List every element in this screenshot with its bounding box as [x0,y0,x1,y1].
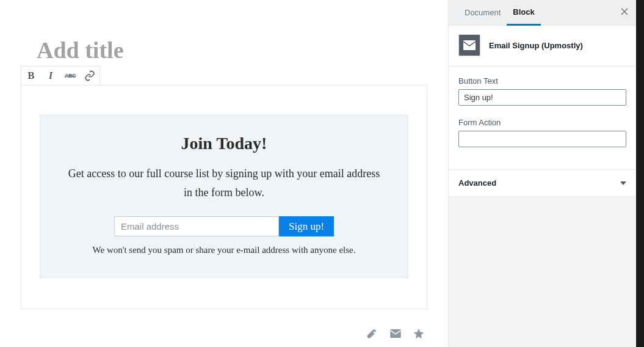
form-action-input[interactable] [458,131,626,147]
editor-canvas: Add title B I ABC Join Today! Get access… [0,0,448,347]
window-edge [636,0,644,347]
post-title-input[interactable]: Add title [0,37,448,64]
strikethrough-icon: ABC [65,73,76,79]
svg-rect-0 [390,329,401,338]
advanced-panel-toggle[interactable]: Advanced [449,169,636,197]
button-text-field: Button Text [458,76,626,106]
form-action-field: Form Action [458,118,626,147]
settings-sidebar: Document Block Email Signup (Upmostly) B… [448,0,636,347]
close-icon [620,7,629,16]
signup-subtext: Get access to our full course list by si… [65,164,383,202]
star-icon[interactable] [413,327,425,340]
chevron-down-icon [620,181,626,185]
inspector-controls: Button Text Form Action [449,67,636,169]
block-card: Email Signup (Upmostly) [449,26,636,67]
signup-note: We won't send you spam or share your e-m… [65,245,383,255]
email-field[interactable] [114,216,279,236]
block-title: Email Signup (Upmostly) [489,41,583,50]
bold-button[interactable]: B [21,67,41,85]
button-text-input[interactable] [458,89,626,106]
signup-button[interactable]: Sign up! [279,216,334,236]
strikethrough-button[interactable]: ABC [60,67,80,85]
button-text-label: Button Text [458,76,626,86]
carrot-icon[interactable] [366,327,378,340]
signup-heading: Join Today! [65,134,383,153]
advanced-label: Advanced [458,178,496,188]
block-icon [458,34,480,56]
sidebar-tabs: Document Block [449,0,636,26]
bold-icon: B [27,70,34,82]
mail-icon [463,40,476,50]
sidebar-empty-area [449,197,636,347]
email-signup-block: Join Today! Get access to our full cours… [40,115,408,278]
signup-form: Sign up! [65,216,383,236]
link-icon [84,70,95,81]
tab-block[interactable]: Block [507,1,540,26]
block-inserter-icons [366,327,425,340]
svg-rect-1 [463,40,476,50]
italic-icon: I [49,70,53,82]
link-button[interactable] [80,67,99,85]
italic-button[interactable]: I [41,67,60,85]
tab-document[interactable]: Document [458,0,507,25]
selected-block[interactable]: Join Today! Get access to our full cours… [21,85,427,309]
form-action-label: Form Action [458,118,626,127]
format-toolbar: B I ABC [21,66,100,86]
mail-icon[interactable] [389,327,402,340]
close-sidebar-button[interactable] [620,7,629,19]
